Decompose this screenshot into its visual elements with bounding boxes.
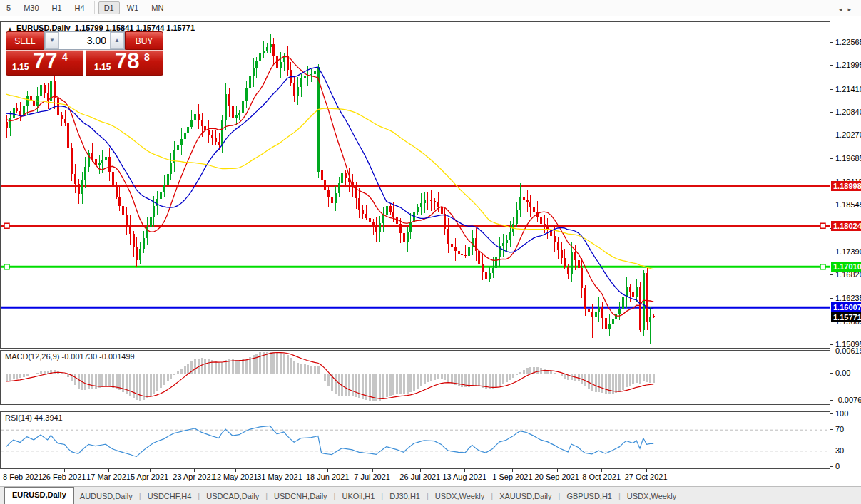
tab-usdcnh-daily[interactable]: USDCNH,Daily (268, 489, 333, 503)
axis-tick-label: -0.007621 (835, 396, 861, 404)
tab-usdchf-h4[interactable]: USDCHF,H4 (142, 489, 198, 503)
candle (112, 172, 114, 187)
candle (601, 307, 603, 317)
tab-scroll-left-icon[interactable]: ◂ (839, 6, 848, 13)
candle (13, 108, 15, 118)
buy-price-button[interactable]: 1.15 78 8 (86, 50, 163, 76)
date-tick-mark (512, 469, 513, 472)
candle (187, 127, 189, 133)
tab-usdx-weekly[interactable]: USDX,Weekly (429, 489, 490, 503)
line-handle[interactable] (820, 264, 825, 269)
candle (108, 157, 111, 172)
macd-indicator-panel[interactable]: MACD(12,26,9) -0.001730 -0.001499 (0, 350, 830, 405)
line-handle[interactable] (4, 264, 9, 269)
date-tick-label: 23 Apr 2021 (173, 473, 215, 481)
line-handle[interactable] (820, 223, 825, 228)
toolbar-separator (94, 1, 95, 14)
candle (190, 120, 193, 127)
candle (331, 197, 333, 204)
candle (198, 114, 200, 120)
axis-tick-mark (830, 252, 833, 252)
candle (409, 222, 412, 232)
candle (263, 51, 265, 54)
sell-button[interactable]: SELL (6, 31, 44, 50)
tab-dj30-h1[interactable]: DJ30,H1 (384, 489, 426, 503)
timeframe-button-w1[interactable]: W1 (121, 1, 145, 14)
candle (232, 106, 234, 118)
chart-tab-bar: EURUSD,DailyAUDUSD,Daily|USDCHF,H4|USDCA… (0, 486, 861, 504)
candle (67, 123, 69, 148)
candle (567, 267, 569, 274)
candle (81, 180, 83, 194)
date-tick-label: 7 Jul 2021 (354, 473, 390, 481)
candle (591, 312, 593, 317)
candle (561, 250, 563, 258)
candle (225, 94, 227, 120)
rsi-indicator-panel[interactable]: RSI(14) 44.3941 (0, 411, 830, 469)
tab-xauusd-daily[interactable]: XAUUSD,Daily (494, 489, 557, 503)
tab-scroll-right-icon[interactable]: ▸ (847, 6, 857, 13)
candle (324, 180, 326, 190)
timeframe-button-mn[interactable]: MN (146, 1, 169, 14)
candle (91, 153, 93, 160)
macd-label: MACD(12,26,9) -0.001730 -0.001499 (5, 352, 135, 361)
tab-usdx-weekly[interactable]: USDX,Weekly (621, 489, 682, 503)
date-tick-mark (108, 469, 109, 472)
candle (266, 47, 268, 51)
price-axis[interactable]: 1.225651.219951.214101.208401.202701.196… (830, 16, 861, 483)
buy-price-base: 1.15 (94, 62, 111, 72)
candle (249, 76, 251, 88)
buy-button[interactable]: BUY (125, 31, 163, 50)
candle (523, 197, 525, 200)
candle (485, 272, 487, 279)
candle (392, 212, 394, 217)
candle (98, 163, 101, 165)
candle (101, 160, 103, 163)
volume-increase-button[interactable]: ▲ (110, 32, 124, 49)
candle (424, 200, 426, 204)
candle (502, 243, 504, 247)
axis-tick-mark (830, 413, 833, 414)
axis-tick-mark (830, 205, 833, 205)
axis-tick-label: 0.006193 (835, 346, 861, 355)
candle (167, 174, 169, 185)
date-tick-mark (464, 469, 465, 472)
candle (612, 319, 614, 324)
volume-input[interactable] (59, 32, 110, 49)
candle (78, 184, 80, 194)
candle (441, 207, 443, 214)
tab-eurusd-daily[interactable]: EURUSD,Daily (4, 487, 74, 504)
candle (444, 214, 446, 229)
date-axis[interactable]: 8 Feb 202126 Feb 202117 Mar 20215 Apr 20… (0, 469, 830, 483)
candle (40, 85, 42, 95)
candle (464, 255, 467, 256)
tab-usdcad-daily[interactable]: USDCAD,Daily (200, 489, 265, 503)
candle (399, 224, 402, 233)
timeframe-button-h4[interactable]: H4 (69, 1, 91, 14)
timeframe-button-d1[interactable]: D1 (98, 1, 120, 14)
candle (122, 206, 124, 215)
moving-average-20 (6, 67, 653, 309)
sell-price-big: 77 (33, 48, 57, 74)
candle (386, 206, 388, 215)
tab-audusd-daily[interactable]: AUDUSD,Daily (74, 489, 138, 503)
candle (184, 133, 186, 138)
timeframe-button-m30[interactable]: M30 (18, 1, 44, 14)
candle (215, 138, 217, 142)
volume-decrease-button[interactable]: ▼ (45, 32, 59, 49)
candle (458, 251, 460, 254)
date-tick-mark (372, 469, 373, 472)
candle (105, 157, 107, 160)
moving-average-50 (6, 94, 653, 269)
timeframe-button-h1[interactable]: H1 (46, 1, 68, 14)
line-handle[interactable] (4, 223, 9, 228)
timeframe-button-5[interactable]: 5 (1, 1, 16, 14)
candle (136, 247, 138, 259)
candle (280, 62, 282, 68)
tab-gbpusd-h1[interactable]: GBPUSD,H1 (561, 489, 618, 503)
buy-price-sup: 8 (144, 51, 150, 63)
sell-price-button[interactable]: 1.15 77 4 (6, 50, 83, 76)
candle (255, 61, 258, 69)
tab-ukoil-h1[interactable]: UKOil,H1 (336, 489, 380, 503)
candle (150, 217, 152, 227)
